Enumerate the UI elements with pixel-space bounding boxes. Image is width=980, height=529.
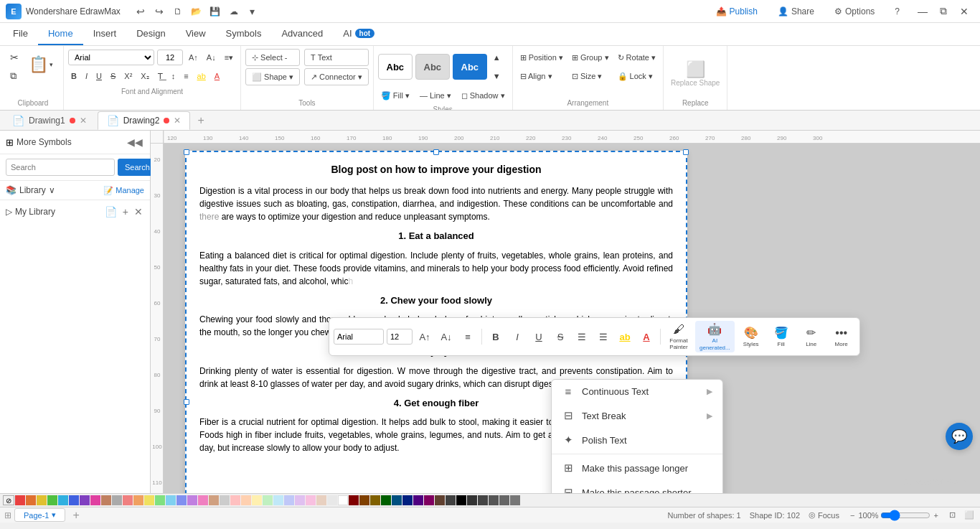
help-button[interactable]: ? [887, 4, 907, 19]
ai-generated-button[interactable]: 🤖 AIgenerated... [695, 321, 735, 352]
floating-font-input[interactable] [334, 329, 384, 345]
floating-fill-button[interactable]: 🪣 Fill [768, 324, 795, 349]
color-swatch-darkred[interactable] [349, 495, 359, 505]
handle-tr[interactable] [683, 149, 689, 155]
color-swatch-gray1[interactable] [112, 495, 122, 505]
text-button[interactable]: T Text [304, 49, 369, 66]
handle-lm[interactable] [184, 399, 189, 405]
zoom-in-button[interactable]: + [932, 510, 941, 520]
new-button[interactable]: 🗋 [169, 4, 187, 19]
tab-drawing1-close[interactable]: ✕ [80, 116, 87, 126]
italic-button[interactable]: I [83, 67, 90, 85]
zoom-out-button[interactable]: − [848, 510, 857, 520]
group-button[interactable]: ⊞ Group ▾ [569, 49, 612, 66]
menu-tab-symbols[interactable]: Symbols [216, 23, 272, 45]
color-swatch-lightcyan[interactable] [166, 495, 176, 505]
floating-increase-font[interactable]: A↑ [415, 327, 434, 346]
menu-tab-ai[interactable]: AI hot [333, 23, 385, 45]
color-swatch-yellow1[interactable] [37, 495, 47, 505]
library-add-button[interactable]: + [121, 205, 130, 219]
increase-font-button[interactable]: A↑ [186, 49, 201, 66]
color-swatch-darkgray3[interactable] [489, 495, 499, 505]
align-button[interactable]: ⊟ Align ▾ [517, 67, 566, 85]
floating-list-bullet-button[interactable]: ☰ [594, 327, 613, 346]
color-swatch-lightred[interactable] [123, 495, 133, 505]
color-swatch-brown1[interactable] [101, 495, 111, 505]
text-break-item[interactable]: ⊟ Text Break ▶ [552, 403, 722, 428]
color-swatch-paleblue[interactable] [284, 495, 294, 505]
publish-button[interactable]: 📤 Publish [709, 4, 765, 19]
floating-line-button[interactable]: ✏ Line [798, 324, 825, 349]
tab-drawing2-close[interactable]: ✕ [174, 116, 181, 126]
fit-window-button[interactable]: ⊡ [949, 510, 956, 520]
strikethrough-button[interactable]: S [108, 67, 118, 85]
save-button[interactable]: 💾 [207, 4, 224, 19]
floating-strike-button[interactable]: S [551, 327, 570, 346]
color-swatch-orange1[interactable] [26, 495, 36, 505]
color-swatch-gray4[interactable] [499, 495, 509, 505]
connector-button[interactable]: ↗ Connector ▾ [304, 68, 369, 85]
color-swatch-tan[interactable] [209, 495, 219, 505]
manage-button[interactable]: 📝 Manage [103, 186, 144, 195]
replace-shape-button[interactable]: ⬜ Replace Shape [668, 57, 722, 90]
library-expand-button[interactable]: 📚 Library ∨ [6, 185, 55, 195]
font-size-input[interactable] [157, 50, 183, 65]
floating-size-input[interactable] [387, 329, 413, 345]
subscript-button[interactable]: X₂ [138, 67, 151, 85]
search-input[interactable] [6, 159, 115, 176]
color-swatch-white[interactable] [338, 495, 348, 505]
color-swatch-darkpurple[interactable] [413, 495, 423, 505]
color-swatch-darkcyan[interactable] [392, 495, 402, 505]
close-button[interactable]: ✕ [954, 4, 974, 19]
line-spacing-button[interactable]: ↕ [169, 67, 179, 85]
color-swatch-red1[interactable] [15, 495, 25, 505]
floating-highlight-button[interactable]: ab [616, 327, 634, 346]
superscript-button[interactable]: X² [121, 67, 135, 85]
style3-button[interactable]: Abc [453, 54, 487, 80]
color-swatch-paleorange[interactable] [241, 495, 251, 505]
color-swatch-palecyan[interactable] [273, 495, 283, 505]
color-swatch-verydarkgray[interactable] [467, 495, 477, 505]
color-swatch-lightorange[interactable] [133, 495, 143, 505]
menu-tab-insert[interactable]: Insert [83, 23, 127, 45]
cut-button[interactable]: ✂ [7, 49, 22, 66]
color-swatch-lightpurple[interactable] [187, 495, 197, 505]
minimize-button[interactable]: — [913, 4, 933, 19]
make-longer-item[interactable]: ⊞ Make this passage longer [552, 456, 722, 480]
open-button[interactable]: 📂 [188, 4, 205, 19]
tab-drawing1[interactable]: 📄 Drawing1 ✕ [3, 111, 96, 130]
color-swatch-lightgreen[interactable] [155, 495, 165, 505]
text-align-button[interactable]: ≡▾ [222, 49, 236, 66]
floating-more-button[interactable]: ••• More [828, 325, 855, 349]
menu-tab-design[interactable]: Design [126, 23, 175, 45]
shadow-button[interactable]: ◻ Shadow ▾ [458, 87, 508, 104]
canvas[interactable]: Blog post on how to improve your digesti… [164, 144, 980, 493]
floating-italic-button[interactable]: I [508, 327, 527, 346]
sidebar-collapse-button[interactable]: ◀◀ [126, 135, 144, 149]
floating-font-color-button[interactable]: A [637, 327, 656, 346]
color-swatch-paletan[interactable] [316, 495, 326, 505]
style2-button[interactable]: Abc [415, 54, 450, 80]
add-tab-button[interactable]: + [192, 114, 209, 127]
handle-tl[interactable] [184, 149, 189, 155]
color-swatch-darkbrown[interactable] [435, 495, 445, 505]
size-button[interactable]: ⊡ Size ▾ [569, 67, 612, 85]
line-button[interactable]: — Line ▾ [417, 87, 454, 104]
bold-button[interactable]: B [68, 67, 80, 85]
handle-tm[interactable] [433, 149, 439, 155]
rotate-button[interactable]: ↻ Rotate ▾ [615, 49, 659, 66]
color-swatch-darkblue[interactable] [402, 495, 413, 505]
color-swatch-blue1[interactable] [69, 495, 79, 505]
share-button[interactable]: 👤 Share [771, 4, 821, 19]
floating-bold-button[interactable]: B [486, 327, 505, 346]
tab-drawing2[interactable]: 📄 Drawing2 ✕ [98, 111, 191, 130]
color-swatch-purple1[interactable] [80, 495, 90, 505]
quick-access-button[interactable]: ▾ [244, 4, 261, 19]
text-style-button[interactable]: T͟ [155, 67, 166, 85]
color-swatch-lightpink[interactable] [198, 495, 208, 505]
page-tab-1[interactable]: Page-1 ▾ [14, 508, 65, 522]
floating-underline-button[interactable]: U [529, 327, 548, 346]
color-swatch-gray5[interactable] [510, 495, 520, 505]
library-file-button[interactable]: 📄 [103, 205, 118, 219]
no-fill-swatch[interactable]: ⊘ [3, 495, 14, 505]
